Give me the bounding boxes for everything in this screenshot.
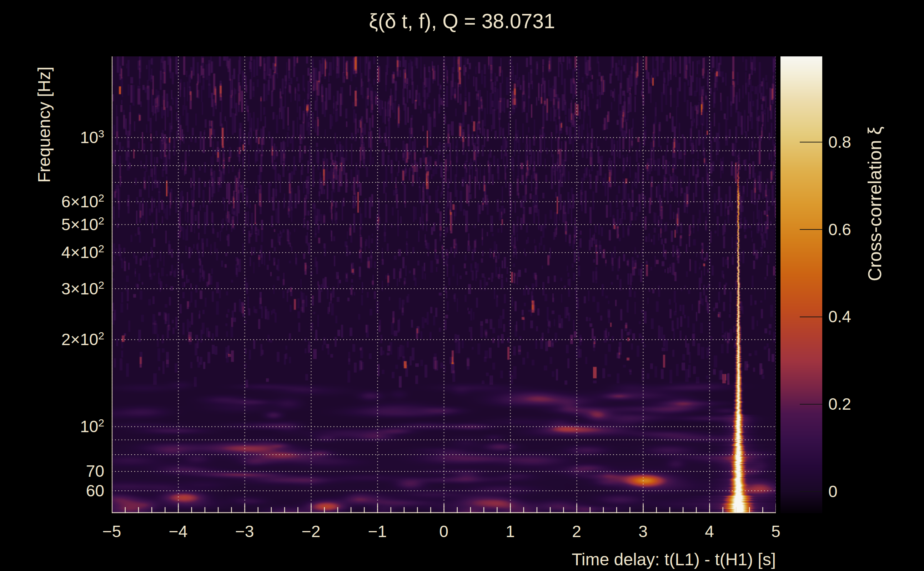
y-axis-label: Frequency [Hz]	[34, 67, 54, 183]
y-tick-label: 60	[86, 481, 104, 500]
y-tick-label: 4×102	[62, 243, 104, 262]
x-tick-label: 3	[638, 522, 647, 541]
x-tick-label: −5	[102, 522, 121, 541]
colorbar-tick-label: 0.8	[828, 133, 851, 152]
spectrogram-canvas	[112, 56, 776, 513]
x-tick-label: −2	[302, 522, 320, 541]
y-tick-label: 3×102	[62, 279, 104, 298]
chart-title: ξ(δ t, f), Q = 38.0731	[369, 9, 555, 33]
colorbar-tick-label: 0	[828, 482, 837, 501]
x-axis-label: Time delay: t(L1) - t(H1) [s]	[572, 549, 776, 569]
x-tick-label: −1	[368, 522, 387, 541]
y-tick-label: 70	[86, 461, 104, 481]
colorbar-tick-label: 0.4	[828, 307, 851, 326]
x-tick-label: −4	[169, 522, 187, 541]
y-tick-label: 5×102	[62, 215, 104, 234]
y-tick-label: 2×102	[62, 330, 104, 349]
colorbar-tick-label: 0.6	[828, 220, 851, 239]
y-tick-label: 6×102	[62, 192, 104, 211]
x-tick-label: 0	[439, 522, 448, 541]
colorbar-label: Cross-correlation ξ	[864, 127, 885, 281]
x-tick-label: 4	[705, 522, 714, 541]
colorbar-tick-label: 0.2	[828, 394, 851, 414]
colorbar-canvas	[780, 56, 822, 513]
x-tick-label: 1	[505, 522, 515, 541]
x-tick-label: 5	[771, 522, 780, 541]
x-tick-label: 2	[572, 522, 581, 541]
x-tick-label: −3	[235, 522, 254, 541]
qscan-figure: ξ(δ t, f), Q = 38.0731 Frequency [Hz] Ti…	[0, 0, 924, 571]
y-tick-label: 103	[80, 128, 104, 147]
y-tick-label: 102	[80, 417, 104, 436]
